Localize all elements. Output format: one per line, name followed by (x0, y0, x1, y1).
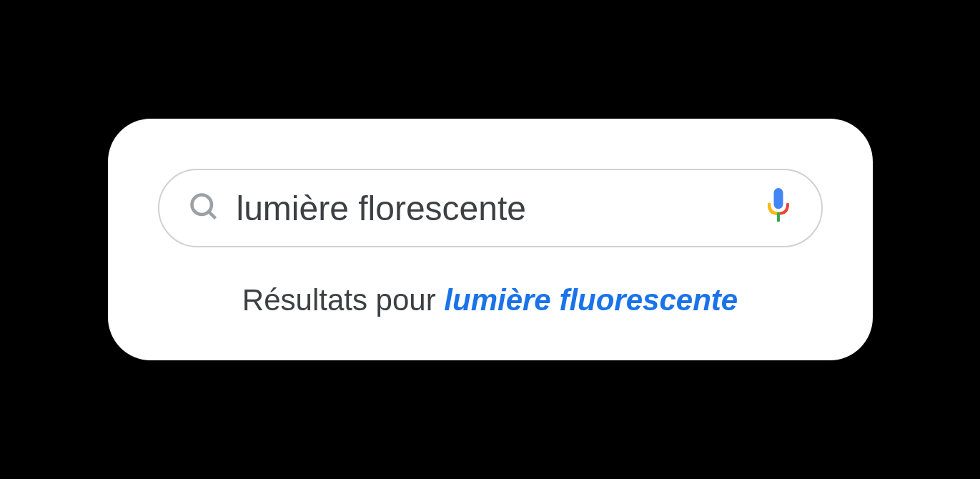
microphone-icon[interactable] (764, 188, 793, 228)
search-input[interactable] (237, 189, 747, 228)
search-card: Résultats pour lumière fluorescente (108, 119, 873, 360)
corrected-query-link[interactable]: lumière fluorescente (444, 283, 738, 317)
svg-line-1 (209, 212, 215, 218)
svg-point-0 (192, 195, 212, 215)
search-icon (188, 191, 219, 225)
result-prefix: Résultats pour (242, 283, 444, 317)
spelling-correction: Résultats pour lumière fluorescente (158, 283, 823, 317)
svg-rect-2 (773, 188, 783, 209)
search-bar[interactable] (158, 169, 823, 247)
